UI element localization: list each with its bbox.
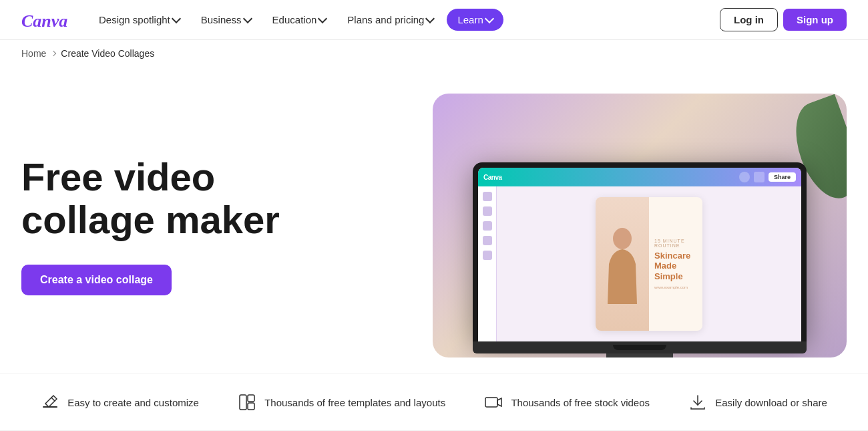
editor-topbar: Canva Share bbox=[478, 168, 801, 186]
breadcrumb-current: Create Video Collages bbox=[61, 48, 154, 59]
canva-logo[interactable]: Canva bbox=[21, 9, 75, 31]
canvas-card-text: 15 minute routine Skincare Made Simple w… bbox=[649, 197, 702, 331]
laptop-screen-outer: Canva Share bbox=[473, 162, 807, 341]
canvas-card: 15 minute routine Skincare Made Simple w… bbox=[596, 197, 702, 331]
feature-easy-create-text: Easy to create and customize bbox=[67, 397, 199, 408]
editor-sidebar bbox=[478, 186, 497, 341]
cta-button[interactable]: Create a video collage bbox=[21, 265, 172, 295]
hero-section: Free video collage maker Create a video … bbox=[0, 67, 868, 357]
nav-item-business[interactable]: Business bbox=[193, 9, 259, 31]
breadcrumb-home-link[interactable]: Home bbox=[21, 48, 46, 59]
svg-rect-4 bbox=[248, 395, 254, 402]
nav-item-plans-pricing[interactable]: Plans and pricing bbox=[339, 9, 441, 31]
svg-rect-6 bbox=[485, 398, 497, 407]
laptop-base bbox=[473, 341, 807, 353]
breadcrumb-separator bbox=[51, 50, 56, 55]
sidebar-icon bbox=[483, 251, 492, 260]
svg-rect-5 bbox=[248, 403, 254, 410]
editor-body: 15 minute routine Skincare Made Simple w… bbox=[478, 186, 801, 341]
feature-stock-text: Thousands of free stock videos bbox=[511, 397, 650, 408]
grid-icon bbox=[238, 393, 256, 412]
chevron-down-icon bbox=[172, 14, 181, 23]
feature-stock: Thousands of free stock videos bbox=[484, 393, 650, 412]
navbar: Canva Design spotlight Business Educatio… bbox=[0, 0, 868, 40]
feature-easy-create: Easy to create and customize bbox=[41, 393, 199, 412]
feature-download: Easily download or share bbox=[688, 393, 827, 412]
canvas-card-note: www.example.com bbox=[654, 285, 697, 289]
canvas-card-title: Skincare Made Simple bbox=[654, 251, 697, 282]
canvas-card-image bbox=[596, 197, 649, 331]
chevron-down-icon bbox=[243, 14, 252, 23]
video-icon bbox=[484, 393, 503, 412]
svg-rect-3 bbox=[240, 395, 246, 410]
editor-logo: Canva bbox=[483, 174, 502, 181]
share-button-mock: Share bbox=[769, 172, 796, 182]
laptop-screen-inner: Canva Share bbox=[478, 168, 801, 341]
feature-templates-text: Thousands of free templates and layouts bbox=[264, 397, 445, 408]
hero-left: Free video collage maker Create a video … bbox=[21, 156, 302, 296]
settings-icon bbox=[754, 172, 765, 182]
breadcrumb: Home Create Video Collages bbox=[0, 40, 868, 67]
editor-topbar-right: Share bbox=[739, 172, 796, 182]
laptop-mockup: Canva Share bbox=[473, 162, 807, 357]
nav-item-learn[interactable]: Learn bbox=[447, 9, 503, 31]
hero-image: Canva Share bbox=[433, 94, 847, 357]
download-icon bbox=[688, 393, 707, 412]
chevron-down-icon bbox=[318, 14, 327, 23]
edit-icon bbox=[41, 393, 59, 412]
svg-text:Canva: Canva bbox=[21, 11, 67, 31]
svg-rect-2 bbox=[43, 406, 57, 408]
sidebar-icon bbox=[483, 221, 492, 231]
hero-title: Free video collage maker bbox=[21, 156, 302, 241]
svg-point-1 bbox=[613, 228, 632, 249]
canvas-card-subtitle: 15 minute routine bbox=[654, 239, 697, 248]
sidebar-icon bbox=[483, 236, 492, 245]
signup-button[interactable]: Sign up bbox=[783, 9, 847, 31]
sidebar-icon bbox=[483, 192, 492, 201]
feature-templates: Thousands of free templates and layouts bbox=[238, 393, 445, 412]
features-strip: Easy to create and customize Thousands o… bbox=[0, 374, 868, 431]
nav-left: Canva Design spotlight Business Educatio… bbox=[21, 9, 503, 31]
login-button[interactable]: Log in bbox=[720, 8, 778, 31]
laptop-notch bbox=[613, 345, 666, 350]
chevron-down-icon bbox=[485, 14, 494, 23]
editor-canvas: 15 minute routine Skincare Made Simple w… bbox=[497, 186, 801, 341]
nav-item-education[interactable]: Education bbox=[264, 9, 335, 31]
nav-item-design-spotlight[interactable]: Design spotlight bbox=[91, 9, 188, 31]
sidebar-icon bbox=[483, 206, 492, 216]
laptop-stand bbox=[606, 353, 673, 357]
feature-download-text: Easily download or share bbox=[715, 397, 827, 408]
nav-right: Log in Sign up bbox=[720, 8, 847, 31]
user-avatar bbox=[739, 172, 750, 182]
chevron-down-icon bbox=[425, 14, 435, 23]
